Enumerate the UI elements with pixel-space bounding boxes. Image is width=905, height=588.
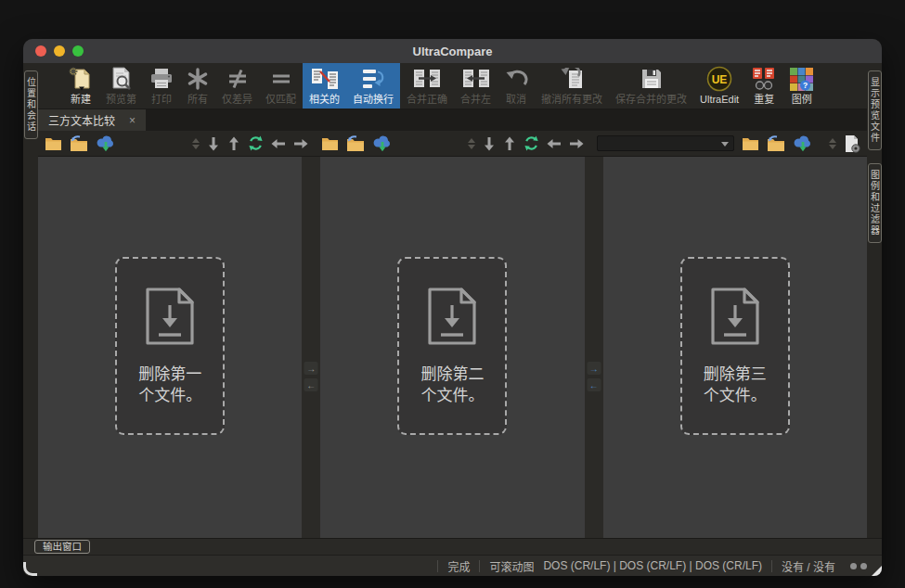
printer-icon [149,66,174,92]
undo-arrow-icon [504,66,528,92]
undo-all-changes-button[interactable]: 撤消所有更改 [535,63,609,109]
sidebar-tab-legend-filters[interactable]: 图例和过滤器 [868,163,882,243]
match-only-button[interactable]: 仅匹配 [259,63,303,109]
duplicates-button[interactable]: 重复 [745,63,782,109]
refresh-icon[interactable] [524,135,539,151]
file-drop-zone-3[interactable]: 删除第三 个文件。 [680,257,790,435]
merge-left-jump-button[interactable]: ← [587,378,601,391]
toolbar-label: 所有 [187,94,208,105]
cloud-download-icon[interactable] [793,134,813,152]
document-settings-icon[interactable] [844,134,860,153]
file-path-combobox[interactable] [597,135,734,151]
toolbar-label: 重复 [754,94,774,105]
arrow-down-icon[interactable] [483,136,496,151]
arrow-left-icon[interactable] [547,137,562,150]
compare-pane-1[interactable]: 删除第一 个文件。 [38,157,302,538]
diff-only-button[interactable]: 仅差异 [215,63,259,109]
toolbar-label: 合并左 [460,94,491,105]
sidebar-tab-preview-file[interactable]: 显示预览文件 [868,70,882,150]
output-window-tab[interactable]: 输出窗口 [34,540,90,554]
svg-text:UE: UE [712,73,728,86]
statusbar-separator [437,560,438,572]
pane3-path-section [590,131,867,156]
compare-pane-3[interactable]: 删除第三 个文件。 [603,157,867,538]
status-done-label: 完成 [447,558,470,574]
cloud-download-icon[interactable] [96,134,116,152]
cloud-download-icon[interactable] [372,134,393,152]
recent-folder-icon[interactable] [346,135,365,151]
toolbar-label: UltraEdit [700,94,739,105]
arrow-left-icon[interactable] [271,137,286,150]
arrow-right-icon[interactable] [569,137,584,150]
pane-splitter-1[interactable]: → ← [302,157,320,538]
save-floppy-icon [640,66,663,92]
arrow-up-icon[interactable] [227,136,240,151]
recent-folder-icon[interactable] [70,135,88,151]
updown-spinner[interactable] [468,138,475,149]
pane1-path-section [38,131,315,156]
file-drop-zone-2[interactable]: 删除第二 个文件。 [397,257,507,435]
file-drop-zone-1[interactable]: 删除第一 个文件。 [115,257,225,435]
toolbar-label: 仅匹配 [265,94,296,105]
merge-right-button[interactable]: 合并正确 [400,63,454,109]
ultraedit-button[interactable]: UE UltraEdit [693,63,745,109]
open-folder-icon[interactable] [742,136,759,150]
titlebar[interactable]: UltraCompare [23,39,882,63]
asterisk-icon [187,66,209,92]
legend-button[interactable]: ? 图例 [782,63,821,109]
statusbar: 完成 可滚动图 DOS (CR/LF) | DOS (CR/LF) | DOS … [23,555,882,576]
window-title: UltraCompare [23,39,882,63]
word-wrap-button[interactable]: 自动换行 [346,63,400,109]
drop-zone-text: 删除第三 个文件。 [704,364,767,405]
toolbar-label: 预览第 [106,94,136,105]
drop-zone-text: 删除第二 个文件。 [420,364,484,405]
compare-pane-2[interactable]: 删除第二 个文件。 [320,157,584,538]
merge-left-button[interactable]: 合并左 [454,63,498,109]
merge-right-icon [413,66,441,92]
arrow-right-icon[interactable] [293,137,308,150]
open-folder-icon[interactable] [321,136,339,150]
ultraedit-logo-icon: UE [706,66,732,92]
new-session-button[interactable]: 新建 [62,63,99,109]
legend-grid-icon: ? [789,66,814,92]
toolbar-label: 仅差异 [222,94,252,105]
toolbar-label: 图例 [792,94,812,105]
chevron-down-icon [721,142,729,147]
arrow-up-icon[interactable] [503,136,516,151]
related-lines-button[interactable]: 相关的 [303,63,346,109]
updown-spinner[interactable] [192,138,200,149]
toolbar-label: 打印 [151,94,172,105]
merge-right-jump-button[interactable]: → [587,362,601,375]
toolbar-label: 新建 [71,94,91,105]
arrow-down-icon[interactable] [207,136,220,151]
statusbar-separator [479,560,480,572]
scroll-map-label: 可滚动图 [489,558,534,574]
pane-splitter-2[interactable]: → ← [585,157,603,538]
session-tabbar: 三方文本比较 × [38,109,867,131]
file-download-icon [425,286,479,351]
merge-left-jump-button[interactable]: ← [304,378,318,391]
save-merged-changes-button[interactable]: 保存合并的更改 [609,63,693,109]
merge-right-jump-button[interactable]: → [304,362,318,375]
session-tab-three-way-compare[interactable]: 三方文本比较 × [38,109,146,131]
not-equal-icon [226,66,250,92]
sidebar-tab-sessions[interactable]: 位置和会话 [24,70,38,139]
show-all-button[interactable]: 所有 [180,63,215,109]
close-tab-icon[interactable]: × [129,114,136,127]
toolbar-label: 相关的 [309,94,340,105]
pane2-path-section [315,131,591,156]
word-wrap-icon [361,66,385,92]
updown-spinner[interactable] [829,138,836,149]
recent-folder-icon[interactable] [767,135,785,151]
file-download-icon [708,286,762,351]
undo-button[interactable]: 取消 [498,63,535,109]
new-file-icon [69,66,93,92]
print-preview-icon [110,66,133,92]
resize-grip[interactable] [872,566,882,576]
status-dots [850,563,867,569]
print-button[interactable]: 打印 [143,63,180,109]
toolbar-label: 保存合并的更改 [615,94,687,105]
open-folder-icon[interactable] [45,136,62,150]
refresh-icon[interactable] [248,135,264,151]
preview-button[interactable]: 预览第 [99,63,143,109]
